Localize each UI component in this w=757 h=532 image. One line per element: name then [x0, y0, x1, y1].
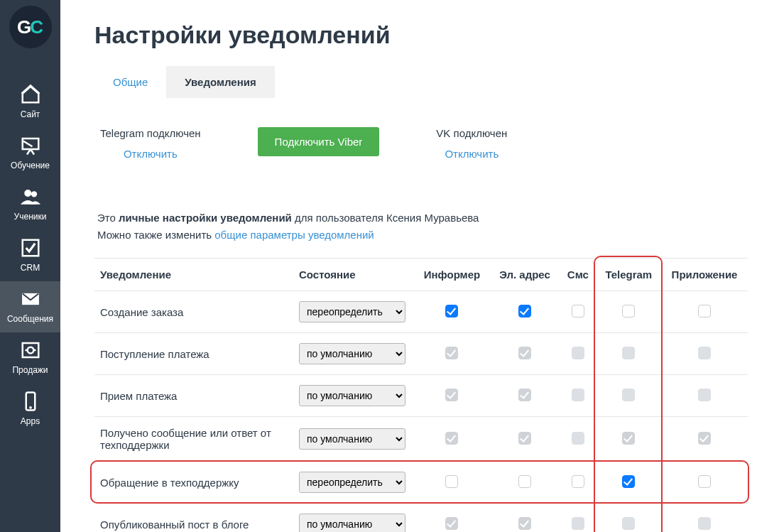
cb-cell — [560, 291, 597, 333]
checkbox — [622, 347, 635, 359]
desc-bold: личные настройки уведомлений — [119, 212, 292, 224]
cb-cell — [490, 462, 560, 504]
col-header-2: Информер — [414, 259, 490, 291]
global-settings-link[interactable]: общие параметры уведомлений — [214, 229, 374, 241]
row-state-cell: переопределитьпо умолчанию — [293, 462, 414, 504]
checkbox — [698, 347, 711, 359]
sidebar-item-ученики[interactable]: Ученики — [0, 179, 60, 230]
cb-cell — [597, 504, 661, 533]
cb-cell — [490, 417, 560, 462]
cb-cell — [490, 291, 560, 333]
checkbox[interactable] — [445, 475, 458, 488]
checkbox[interactable] — [572, 475, 584, 488]
row-state-cell: переопределитьпо умолчанию — [293, 417, 414, 462]
row-name: Поступление платежа — [94, 333, 293, 375]
sidebar-item-label: Обучение — [11, 161, 50, 170]
vk-disconnect-link[interactable]: Отключить — [436, 148, 507, 160]
checkbox[interactable] — [518, 305, 531, 317]
desc-prefix: Это — [97, 212, 119, 224]
sidebar-item-обучение[interactable]: Обучение — [0, 128, 60, 179]
desc-line2-prefix: Можно также изменить — [97, 229, 214, 241]
state-select[interactable]: переопределитьпо умолчанию — [299, 301, 405, 322]
state-select[interactable]: переопределитьпо умолчанию — [299, 343, 405, 364]
sidebar-item-label: Сайт — [21, 109, 40, 119]
sidebar-item-сообщения[interactable]: Сообщения — [0, 281, 60, 332]
col-header-6: Приложение — [661, 259, 748, 291]
cb-cell — [560, 462, 597, 504]
checkbox-icon — [18, 237, 43, 259]
checkbox — [518, 517, 531, 530]
connect-row: Telegram подключен Отключить Подключить … — [94, 127, 757, 160]
notifications-table: УведомлениеСостояниеИнформерЭл. адресСмс… — [94, 258, 748, 532]
svg-point-9 — [27, 347, 33, 354]
cb-cell — [661, 291, 748, 333]
sidebar-item-продажи[interactable]: Продажи — [0, 332, 60, 384]
checkbox[interactable] — [572, 305, 584, 317]
col-header-3: Эл. адрес — [490, 259, 560, 291]
svg-point-4 — [24, 190, 31, 197]
checkbox[interactable] — [445, 305, 458, 317]
col-header-5: Telegram — [597, 259, 661, 291]
cb-cell — [560, 333, 597, 375]
sidebar: GC СайтОбучениеУченикиCRMСообщенияПродаж… — [0, 0, 60, 532]
cb-cell — [560, 375, 597, 417]
table-row: Получено сообщение или ответ от техподде… — [94, 417, 748, 462]
state-select[interactable]: переопределитьпо умолчанию — [299, 472, 405, 493]
cb-cell — [597, 375, 661, 417]
table-row: Создание заказапереопределитьпо умолчани… — [94, 291, 748, 333]
sidebar-item-apps[interactable]: Apps — [0, 384, 60, 435]
home-icon — [18, 84, 43, 105]
row-state-cell: переопределитьпо умолчанию — [293, 333, 414, 375]
cb-cell — [414, 417, 490, 462]
sidebar-item-crm[interactable]: CRM — [0, 230, 60, 281]
logo-letter-g: G — [17, 16, 31, 38]
checkbox — [445, 517, 458, 530]
checkbox — [518, 389, 531, 401]
tab-0[interactable]: Общие — [94, 66, 166, 98]
table-row: Опубликованный пост в блогепереопределит… — [94, 504, 748, 533]
checkbox[interactable] — [622, 305, 635, 317]
cb-cell — [414, 333, 490, 375]
row-state-cell: переопределитьпо умолчанию — [293, 504, 414, 533]
checkbox — [698, 432, 711, 445]
checkbox[interactable] — [518, 475, 531, 488]
checkbox — [572, 517, 584, 530]
telegram-status: Telegram подключен — [100, 127, 201, 139]
state-select[interactable]: переопределитьпо умолчанию — [299, 385, 405, 406]
cb-cell — [490, 375, 560, 417]
mail-icon — [18, 288, 43, 310]
sidebar-item-сайт[interactable]: Сайт — [0, 77, 60, 128]
checkbox — [622, 389, 635, 401]
cb-cell — [597, 291, 661, 333]
svg-point-13 — [29, 407, 31, 409]
telegram-disconnect-link[interactable]: Отключить — [100, 148, 201, 160]
checkbox[interactable] — [698, 475, 711, 488]
row-name: Обращение в техподдержку — [94, 462, 293, 504]
checkbox[interactable] — [698, 305, 711, 317]
cb-cell — [597, 333, 661, 375]
cb-cell — [490, 333, 560, 375]
connect-viber-button[interactable]: Подключить Viber — [258, 127, 380, 156]
cb-cell — [560, 417, 597, 462]
col-header-1: Состояние — [293, 259, 414, 291]
cb-cell — [597, 462, 661, 504]
logo-letter-c: C — [30, 16, 43, 38]
row-name: Прием платежа — [94, 375, 293, 417]
checkbox — [445, 389, 458, 401]
cb-cell — [414, 504, 490, 533]
cb-cell — [661, 417, 748, 462]
vk-block: VK подключен Отключить — [436, 127, 507, 160]
logo[interactable]: GC — [9, 6, 52, 48]
checkbox — [518, 432, 531, 445]
cb-cell — [661, 375, 748, 417]
cb-cell — [597, 417, 661, 462]
tab-1[interactable]: Уведомления — [166, 66, 274, 98]
state-select[interactable]: переопределитьпо умолчанию — [299, 514, 405, 532]
checkbox[interactable] — [622, 475, 635, 488]
col-header-4: Смс — [560, 259, 597, 291]
cb-cell — [661, 333, 748, 375]
state-select[interactable]: переопределитьпо умолчанию — [299, 428, 405, 450]
row-name: Опубликованный пост в блоге — [94, 504, 293, 533]
table-row: Прием платежапереопределитьпо умолчанию — [94, 375, 748, 417]
table-wrap: УведомлениеСостояниеИнформерЭл. адресСмс… — [94, 258, 757, 532]
